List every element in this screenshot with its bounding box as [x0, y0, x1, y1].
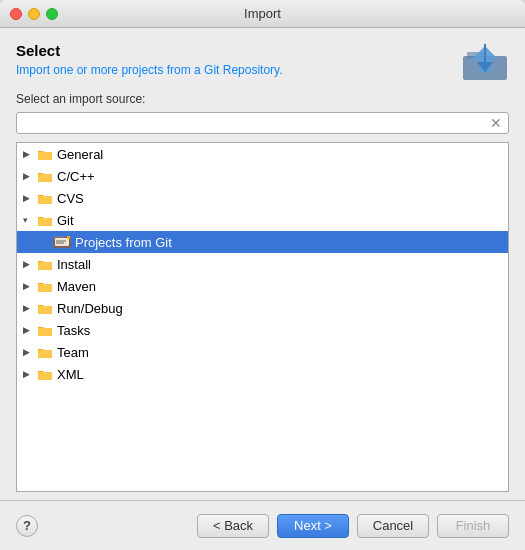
tree-arrow-tasks[interactable]: ▶: [23, 325, 35, 335]
folder-icon: [37, 323, 53, 337]
tree-label-xml: XML: [57, 367, 84, 382]
tree-label-cpp: C/C++: [57, 169, 95, 184]
tree-item-xml[interactable]: ▶ XML: [17, 363, 508, 385]
dialog-content: Select Import one or more projects from …: [0, 28, 525, 492]
tree-arrow-general[interactable]: ▶: [23, 149, 35, 159]
tree-item-projects-from-git[interactable]: Projects from Git: [17, 231, 508, 253]
tree-item-install[interactable]: ▶ Install: [17, 253, 508, 275]
header-text: Select Import one or more projects from …: [16, 42, 283, 77]
tree-item-team[interactable]: ▶ Team: [17, 341, 508, 363]
tree-arrow-team[interactable]: ▶: [23, 347, 35, 357]
folder-icon: [37, 367, 53, 381]
back-button[interactable]: < Back: [197, 514, 269, 538]
cancel-button[interactable]: Cancel: [357, 514, 429, 538]
tree-arrow-maven[interactable]: ▶: [23, 281, 35, 291]
tree-arrow-run-debug[interactable]: ▶: [23, 303, 35, 313]
tree-item-maven[interactable]: ▶ Maven: [17, 275, 508, 297]
tree-label-run-debug: Run/Debug: [57, 301, 123, 316]
maximize-button[interactable]: [46, 8, 58, 20]
minimize-button[interactable]: [28, 8, 40, 20]
folder-icon: [37, 213, 53, 227]
titlebar: Import: [0, 0, 525, 28]
tree-arrow-cvs[interactable]: ▶: [23, 193, 35, 203]
tree-label-install: Install: [57, 257, 91, 272]
folder-icon: [37, 345, 53, 359]
folder-icon: [37, 147, 53, 161]
tree-label-general: General: [57, 147, 103, 162]
tree-item-git[interactable]: ▾ Git: [17, 209, 508, 231]
folder-icon: [37, 257, 53, 271]
tree-item-tasks[interactable]: ▶ Tasks: [17, 319, 508, 341]
folder-icon: [37, 279, 53, 293]
traffic-lights: [10, 8, 58, 20]
tree-label-tasks: Tasks: [57, 323, 90, 338]
help-button[interactable]: ?: [16, 515, 38, 537]
close-button[interactable]: [10, 8, 22, 20]
folder-icon: [37, 169, 53, 183]
folder-icon: [37, 191, 53, 205]
nav-buttons: < Back Next > Cancel Finish: [197, 514, 509, 538]
clear-icon[interactable]: ✕: [488, 116, 504, 130]
tree-container[interactable]: ▶ General▶ C/C++▶ CVS▾ Git Projects from…: [16, 142, 509, 492]
source-label: Select an import source:: [16, 92, 509, 106]
tree-arrow-xml[interactable]: ▶: [23, 369, 35, 379]
window-title: Import: [244, 6, 281, 21]
tree-label-projects-from-git: Projects from Git: [75, 235, 172, 250]
tree-arrow-install[interactable]: ▶: [23, 259, 35, 269]
folder-icon: [37, 301, 53, 315]
tree-item-cvs[interactable]: ▶ CVS: [17, 187, 508, 209]
header-row: Select Import one or more projects from …: [16, 42, 509, 82]
tree-label-team: Team: [57, 345, 89, 360]
tree-arrow-git[interactable]: ▾: [23, 215, 35, 225]
tree-label-git: Git: [57, 213, 74, 228]
search-input[interactable]: [21, 116, 488, 131]
tree-item-general[interactable]: ▶ General: [17, 143, 508, 165]
finish-button[interactable]: Finish: [437, 514, 509, 538]
page-subtitle: Import one or more projects from a Git R…: [16, 63, 283, 77]
tree-item-cpp[interactable]: ▶ C/C++: [17, 165, 508, 187]
bottom-bar: ? < Back Next > Cancel Finish: [0, 500, 525, 550]
next-button[interactable]: Next >: [277, 514, 349, 538]
tree-label-cvs: CVS: [57, 191, 84, 206]
svg-rect-10: [67, 236, 70, 239]
page-title: Select: [16, 42, 283, 59]
import-dialog: Import Select Import one or more project…: [0, 0, 525, 550]
search-box[interactable]: ✕: [16, 112, 509, 134]
tree-label-maven: Maven: [57, 279, 96, 294]
git-import-icon: [461, 42, 509, 82]
tree-item-run-debug[interactable]: ▶ Run/Debug: [17, 297, 508, 319]
projects-icon: [53, 235, 71, 249]
tree-arrow-cpp[interactable]: ▶: [23, 171, 35, 181]
svg-rect-7: [55, 238, 69, 246]
